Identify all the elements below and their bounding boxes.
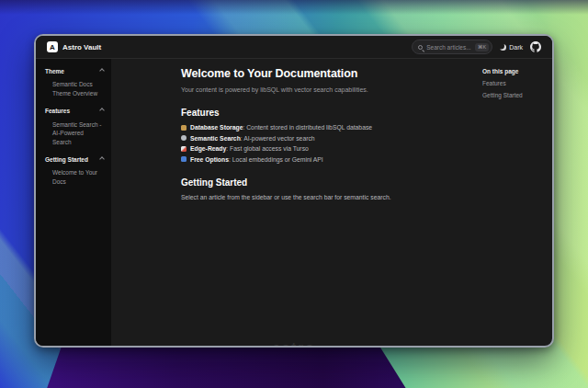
toc-link-features[interactable]: Features (482, 80, 545, 86)
main-content: Welcome to Your Documentation Your conte… (111, 59, 473, 346)
toc-panel: On this page Features Getting Started (473, 59, 552, 346)
github-button[interactable] (530, 41, 541, 52)
brand-name: Astro Vault (62, 43, 101, 51)
sidebar-section-getting-started: Getting Started Welcome to Your Docs (45, 156, 104, 186)
github-icon (530, 41, 541, 52)
feature-item-free-options: Free Options: Local embeddings or Gemini… (181, 156, 473, 163)
sidebar-item-semantic-search[interactable]: Semantic Search - AI-Powered Search (45, 120, 104, 146)
feature-text: Free Options: Local embeddings or Gemini… (190, 156, 323, 163)
rocket-emoji (181, 146, 187, 152)
features-list: Database Storage: Content stored in dist… (181, 124, 473, 163)
app-body: Theme Semantic Docs Theme Overview Featu… (36, 59, 552, 346)
feature-item-edge-ready: Edge-Ready: Fast global access via Turso (181, 145, 473, 152)
theme-toggle-button[interactable]: Dark (500, 44, 523, 51)
sidebar-section-features-header[interactable]: Features (45, 108, 104, 115)
desktop-wallpaper: A Astro Vault ⌘K Dark (0, 0, 588, 388)
feature-text: Edge-Ready: Fast global access via Turso (190, 145, 309, 152)
toc-heading: On this page (482, 68, 545, 74)
features-heading: Features (181, 108, 473, 118)
sidebar-item-welcome-to-your-docs[interactable]: Welcome to Your Docs (45, 168, 104, 186)
moon-icon (500, 44, 506, 51)
search-input[interactable] (426, 44, 471, 51)
getting-started-heading: Getting Started (181, 177, 473, 188)
brand[interactable]: A Astro Vault (47, 41, 101, 52)
sidebar-section-getting-started-header[interactable]: Getting Started (45, 156, 104, 164)
app-logo-icon: A (47, 41, 58, 52)
theme-toggle-label: Dark (509, 44, 523, 51)
feature-item-database-storage: Database Storage: Content stored in dist… (181, 124, 473, 131)
sidebar-section-label: Theme (45, 68, 64, 75)
sidebar-item-semantic-docs-theme-overview[interactable]: Semantic Docs Theme Overview (45, 80, 104, 97)
search-shortcut-badge: ⌘K (475, 43, 489, 51)
free-button-emoji (181, 156, 187, 162)
sidebar-section-theme: Theme Semantic Docs Theme Overview (45, 68, 104, 97)
sidebar-section-theme-header[interactable]: Theme (45, 68, 104, 75)
astro-vault-window: A Astro Vault ⌘K Dark (34, 34, 554, 348)
chevron-up-icon (99, 68, 105, 74)
getting-started-paragraph: Select an article from the sidebar or us… (181, 194, 473, 200)
page-title: Welcome to Your Documentation (181, 67, 473, 80)
footer-astro-logo-partial: astro (273, 340, 316, 346)
app-header: A Astro Vault ⌘K Dark (36, 36, 552, 59)
search-icon (418, 45, 423, 50)
magnifier-emoji (181, 135, 187, 141)
chevron-up-icon (99, 108, 105, 113)
sidebar-section-label: Getting Started (45, 156, 88, 164)
file-cabinet-emoji (181, 125, 187, 131)
feature-text: Database Storage: Content stored in dist… (190, 124, 372, 131)
feature-item-semantic-search: Semantic Search: AI-powered vector searc… (181, 135, 473, 142)
intro-paragraph: Your content is powered by libSQL with v… (181, 86, 473, 93)
toc-link-getting-started[interactable]: Getting Started (482, 92, 545, 98)
sidebar-section-label: Features (45, 108, 70, 115)
search-box[interactable]: ⌘K (412, 40, 492, 54)
chevron-up-icon (99, 156, 105, 162)
sidebar-section-features: Features Semantic Search - AI-Powered Se… (45, 108, 104, 146)
wallpaper-purple-band (0, 346, 588, 388)
sidebar: Theme Semantic Docs Theme Overview Featu… (36, 59, 111, 346)
feature-text: Semantic Search: AI-powered vector searc… (190, 135, 315, 142)
